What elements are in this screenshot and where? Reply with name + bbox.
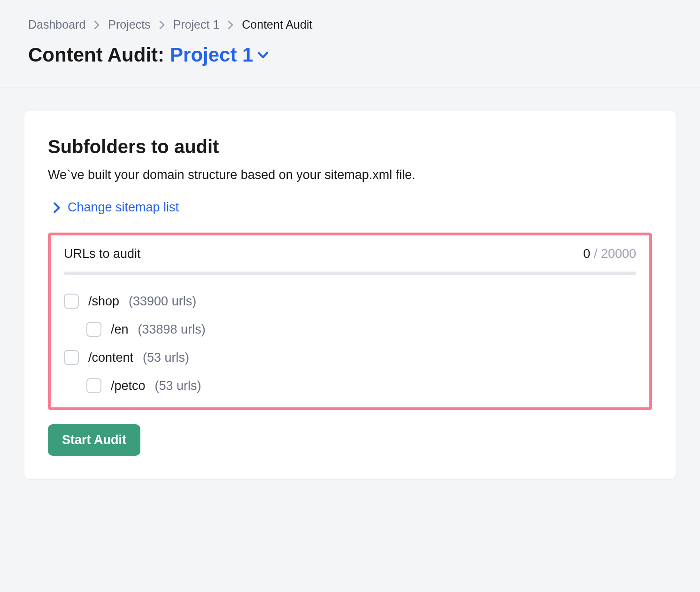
breadcrumb: Dashboard Projects Project 1 Content Aud… (28, 18, 672, 31)
card-subtitle: We`ve built your domain structure based … (48, 168, 652, 182)
urls-count: 0 / 20000 (583, 247, 636, 261)
page-header: Dashboard Projects Project 1 Content Aud… (0, 0, 700, 87)
urls-selection-box: URLs to audit 0 / 20000 /shop (33900 url… (48, 233, 652, 410)
urls-progress-bar (64, 272, 636, 275)
folder-item-shop: /shop (33900 urls) (64, 294, 636, 309)
folder-path: /petco (111, 379, 146, 393)
chevron-right-icon (228, 21, 233, 29)
folder-count: (53 urls) (155, 379, 201, 393)
folder-count: (53 urls) (143, 351, 189, 365)
breadcrumb-item-dashboard[interactable]: Dashboard (28, 18, 85, 31)
start-audit-button[interactable]: Start Audit (48, 424, 140, 456)
project-selector[interactable]: Project 1 (170, 44, 268, 66)
chevron-right-icon (159, 21, 165, 29)
breadcrumb-item-projects[interactable]: Projects (108, 18, 150, 31)
folder-checkbox[interactable] (64, 350, 79, 365)
folder-path: /en (111, 322, 129, 337)
folder-list: /shop (33900 urls) /en (33898 urls) /con… (64, 294, 636, 393)
folder-path: /content (88, 351, 133, 365)
folder-path: /shop (88, 294, 119, 309)
urls-current: 0 (583, 247, 590, 261)
page-title: Content Audit: Project 1 (28, 44, 672, 66)
breadcrumb-item-current: Content Audit (242, 18, 312, 31)
folder-count: (33898 urls) (138, 322, 206, 337)
urls-sep: / (590, 247, 601, 261)
chevron-down-icon (258, 52, 268, 58)
content-area: Subfolders to audit We`ve built your dom… (0, 87, 700, 503)
breadcrumb-item-project-1[interactable]: Project 1 (173, 18, 220, 31)
change-sitemap-label: Change sitemap list (68, 200, 179, 215)
folder-item-en: /en (33898 urls) (86, 322, 636, 337)
folder-checkbox[interactable] (86, 378, 101, 393)
project-selector-label: Project 1 (170, 44, 253, 66)
folder-checkbox[interactable] (86, 322, 101, 337)
urls-to-audit-label: URLs to audit (64, 247, 141, 261)
urls-counter-row: URLs to audit 0 / 20000 (64, 247, 636, 261)
page-title-prefix: Content Audit: (28, 44, 164, 66)
card-title: Subfolders to audit (48, 136, 652, 157)
folder-item-petco: /petco (53 urls) (86, 378, 636, 393)
subfolders-card: Subfolders to audit We`ve built your dom… (24, 111, 676, 479)
folder-count: (33900 urls) (129, 294, 196, 309)
change-sitemap-link[interactable]: Change sitemap list (54, 200, 179, 215)
chevron-right-icon (94, 21, 100, 29)
urls-max: 20000 (601, 247, 636, 261)
folder-item-content: /content (53 urls) (64, 350, 636, 365)
chevron-right-icon (54, 203, 60, 213)
folder-checkbox[interactable] (64, 294, 79, 309)
